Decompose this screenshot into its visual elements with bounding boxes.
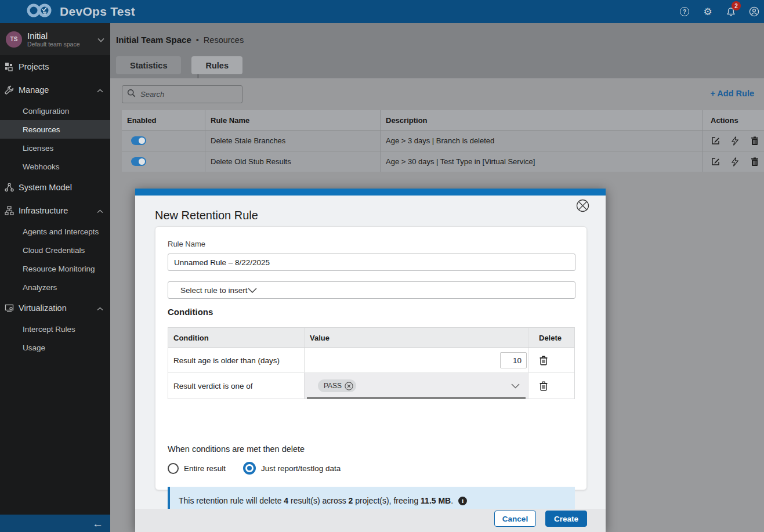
notification-count-badge: 2 — [732, 1, 741, 10]
dialog-title: New Retention Rule — [155, 209, 258, 222]
radio-selected-icon[interactable] — [243, 462, 256, 475]
sidebar-item-projects[interactable]: Projects — [0, 55, 110, 78]
breadcrumb-strip: Initial Team Space • Resources Statistic… — [110, 23, 764, 78]
chevron-down-icon — [248, 285, 257, 295]
tab-statistics[interactable]: Statistics — [116, 56, 181, 74]
breadcrumb-page: Resources — [204, 35, 244, 45]
sidebar-item-manage[interactable]: Manage — [0, 78, 110, 102]
wrench-icon — [4, 85, 15, 95]
chevron-up-icon — [97, 303, 103, 313]
rule-description-cell: Age > 30 days | Test Type in [Virtual Se… — [380, 151, 702, 172]
collapse-sidebar-arrow-icon[interactable]: ← — [92, 518, 103, 529]
info-icon[interactable]: i — [458, 497, 467, 505]
breadcrumb-team-space: Initial Team Space — [116, 35, 191, 45]
cancel-button[interactable]: Cancel — [494, 511, 536, 527]
delete-rule-trash-icon[interactable] — [750, 136, 759, 146]
app-logo-infinity-icon — [26, 2, 53, 21]
create-button[interactable]: Create — [545, 511, 587, 527]
tab-rules[interactable]: Rules — [191, 56, 242, 74]
virtualization-icon — [4, 303, 15, 313]
column-header-condition: Condition — [168, 328, 304, 348]
rules-table: Enabled Rule Name Description Actions De… — [122, 110, 764, 172]
dialog-accent-bar — [135, 189, 606, 196]
sidebar-item-resources[interactable]: Resources — [0, 120, 110, 139]
edit-rule-icon[interactable] — [711, 136, 720, 146]
projects-icon — [4, 61, 15, 72]
breadcrumb-separator: • — [196, 35, 199, 45]
breadcrumb: Initial Team Space • Resources — [116, 35, 244, 45]
delete-condition-trash-icon[interactable] — [539, 381, 548, 391]
account-icon[interactable] — [748, 5, 761, 18]
chevron-down-icon — [97, 34, 104, 45]
notifications-bell-icon[interactable]: 2 — [725, 5, 737, 18]
settings-gear-icon[interactable]: ⚙ — [701, 5, 714, 18]
sidebar: TS Initial Default team space Projects — [0, 23, 110, 532]
column-header-value: Value — [304, 328, 528, 348]
app-header: DevOps Test ? ⚙ 2 — [0, 0, 764, 23]
team-space-switcher[interactable]: TS Initial Default team space — [0, 23, 110, 55]
sidebar-item-agents-and-intercepts[interactable]: Agents and Intercepts — [0, 222, 110, 241]
search-input[interactable] — [140, 90, 237, 99]
system-model-icon — [4, 182, 15, 193]
radio-label: Entire result — [184, 464, 226, 473]
radio-entire-result[interactable]: Entire result — [168, 463, 226, 474]
chevron-up-icon — [97, 206, 103, 215]
team-subtitle: Default team space — [27, 41, 92, 48]
sidebar-item-intercept-rules[interactable]: Intercept Rules — [0, 320, 110, 338]
remove-chip-icon[interactable] — [345, 382, 353, 390]
sidebar-item-label: Manage — [19, 85, 49, 95]
rule-description-cell: Age > 3 days | Branch is deleted — [380, 131, 702, 151]
rule-enabled-toggle[interactable] — [131, 157, 146, 166]
sidebar-item-label: Virtualization — [19, 303, 67, 313]
run-rule-lightning-icon[interactable] — [730, 136, 740, 146]
team-avatar: TS — [6, 31, 22, 48]
sidebar-item-system-model[interactable]: System Model — [0, 176, 110, 199]
edit-rule-icon[interactable] — [711, 157, 720, 167]
column-header-enabled: Enabled — [122, 110, 205, 130]
insert-rule-select[interactable]: Select rule to insert — [168, 281, 575, 299]
rules-table-header: Enabled Rule Name Description Actions — [122, 110, 764, 130]
help-icon[interactable]: ? — [678, 5, 691, 18]
verdict-multiselect[interactable]: PASS — [304, 373, 528, 399]
column-header-delete: Delete — [528, 328, 574, 348]
sidebar-item-infrastructure[interactable]: Infrastructure — [0, 199, 110, 222]
delete-scope-radio-group: Entire result Just report/testlog data — [168, 462, 341, 475]
search-box[interactable] — [122, 85, 242, 103]
conditions-table-header: Condition Value Delete — [168, 328, 574, 348]
verdict-chip-label: PASS — [324, 382, 342, 390]
sidebar-item-analyzers[interactable]: Analyzers — [0, 278, 110, 296]
sidebar-item-cloud-credentials[interactable]: Cloud Credentials — [0, 241, 110, 259]
conditions-heading: Conditions — [168, 307, 213, 317]
close-dialog-icon[interactable] — [576, 199, 589, 212]
conditions-table: Condition Value Delete Result age is old… — [168, 327, 575, 399]
sidebar-collapse-bar[interactable]: ← — [0, 515, 110, 532]
run-rule-lightning-icon[interactable] — [730, 157, 740, 167]
sidebar-item-licenses[interactable]: Licenses — [0, 139, 110, 157]
column-header-actions: Actions — [702, 110, 764, 130]
chevron-down-icon — [511, 382, 520, 390]
new-retention-rule-dialog: New Retention Rule Rule Name Select rule… — [135, 189, 606, 532]
chevron-up-icon — [97, 85, 103, 95]
radio-just-report-testlog[interactable]: Just report/testlog data — [243, 462, 341, 475]
team-name: Initial — [27, 31, 92, 41]
delete-condition-trash-icon[interactable] — [539, 355, 548, 365]
rule-enabled-toggle[interactable] — [131, 136, 146, 145]
rule-name-input[interactable] — [168, 254, 575, 271]
condition-label: Result age is older than (days) — [168, 348, 304, 372]
active-tab-connector — [197, 74, 199, 78]
column-header-description: Description — [380, 110, 702, 130]
add-rule-button[interactable]: + Add Rule — [710, 89, 754, 98]
sidebar-item-configuration[interactable]: Configuration — [0, 102, 110, 120]
sidebar-item-resource-monitoring[interactable]: Resource Monitoring — [0, 259, 110, 278]
sidebar-item-virtualization[interactable]: Virtualization — [0, 296, 110, 320]
condition-value-input[interactable] — [500, 352, 527, 368]
infrastructure-icon — [4, 205, 15, 216]
radio-unselected-icon[interactable] — [168, 463, 179, 474]
sidebar-item-webhooks[interactable]: Webhooks — [0, 157, 110, 176]
delete-rule-trash-icon[interactable] — [750, 157, 759, 167]
condition-row: Result verdict is one of PASS — [168, 372, 574, 399]
sidebar-item-usage[interactable]: Usage — [0, 338, 110, 357]
search-icon — [127, 89, 136, 100]
app-title: DevOps Test — [60, 5, 135, 19]
sidebar-item-label: Infrastructure — [19, 206, 68, 215]
